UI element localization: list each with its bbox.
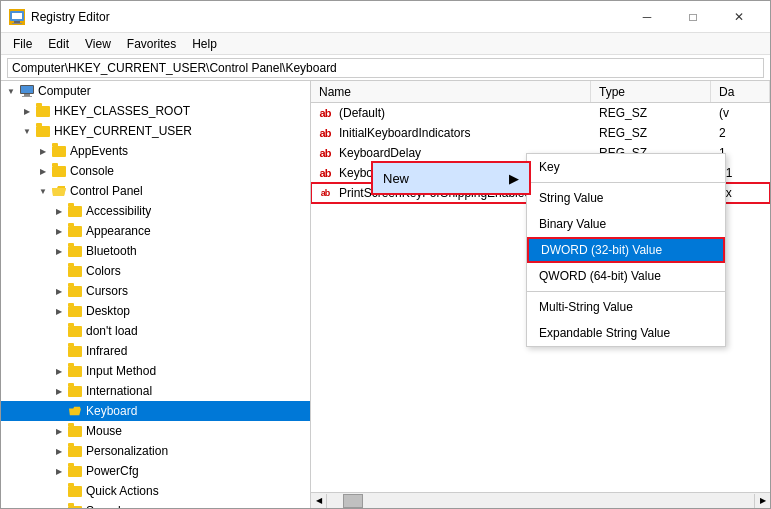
tree-item-sound[interactable]: ▶ Sound (1, 501, 310, 508)
svg-rect-5 (21, 86, 33, 93)
tree-item-input-method[interactable]: ▶ Input Method (1, 361, 310, 381)
tree-label: Appearance (86, 224, 151, 238)
entry-row[interactable]: ab PrintScreenKeyForSnippingEnabled REG_… (311, 183, 770, 203)
column-headers: Name Type Da (311, 81, 770, 103)
entry-type: REG_DWORD (591, 186, 711, 200)
entry-row[interactable]: ab KeyboardDelay REG_SZ 1 (311, 143, 770, 163)
menu-edit[interactable]: Edit (40, 35, 77, 53)
menu-view[interactable]: View (77, 35, 119, 53)
reg-sz-icon: ab (315, 163, 335, 183)
tree-label: HKEY_CLASSES_ROOT (54, 104, 190, 118)
tree-item-appearance[interactable]: ▶ Appearance (1, 221, 310, 241)
tree-item-infrared[interactable]: ▶ Infrared (1, 341, 310, 361)
expand-icon: ▶ (51, 381, 67, 401)
expand-icon: ▶ (51, 301, 67, 321)
tree-label: International (86, 384, 152, 398)
tree-item-current-user[interactable]: ▼ HKEY_CURRENT_USER (1, 121, 310, 141)
folder-icon (35, 123, 51, 139)
folder-icon (67, 383, 83, 399)
expand-icon: ▶ (51, 201, 67, 221)
expand-icon: ▶ (19, 101, 35, 121)
expand-icon: ▶ (51, 501, 67, 508)
svg-rect-7 (22, 96, 32, 97)
tree-label: Infrared (86, 344, 127, 358)
tree-label: Quick Actions (86, 484, 159, 498)
entry-data: 1 (711, 146, 770, 160)
svg-rect-1 (12, 13, 22, 19)
folder-open-icon (67, 403, 83, 419)
tree-item-international[interactable]: ▶ International (1, 381, 310, 401)
entry-type: REG_SZ (591, 166, 711, 180)
expand-icon: ▼ (35, 181, 51, 201)
tree-label: AppEvents (70, 144, 128, 158)
expand-icon: ▶ (35, 161, 51, 181)
registry-values-panel: Name Type Da ab (Default) REG_SZ (v ab I… (311, 81, 770, 508)
entry-name: (Default) (335, 106, 591, 120)
scroll-left-button[interactable]: ◀ (311, 494, 327, 508)
tree-label: Control Panel (70, 184, 143, 198)
tree-label: Accessibility (86, 204, 151, 218)
tree-item-mouse[interactable]: ▶ Mouse (1, 421, 310, 441)
reg-sz-icon: ab (315, 143, 335, 163)
tree-item-desktop[interactable]: ▶ Desktop (1, 301, 310, 321)
folder-icon (67, 423, 83, 439)
tree-item-quick-actions[interactable]: ▶ Quick Actions (1, 481, 310, 501)
tree-item-colors[interactable]: ▶ Colors (1, 261, 310, 281)
entry-row[interactable]: ab (Default) REG_SZ (v (311, 103, 770, 123)
registry-editor-window: Registry Editor ─ □ ✕ File Edit View Fav… (0, 0, 771, 509)
tree-item-computer[interactable]: ▼ Computer (1, 81, 310, 101)
expand-icon: ▶ (35, 141, 51, 161)
tree-label: don't load (86, 324, 138, 338)
tree-label: PowerCfg (86, 464, 139, 478)
col-header-type: Type (591, 81, 711, 102)
folder-icon (51, 163, 67, 179)
tree-item-bluetooth[interactable]: ▶ Bluetooth (1, 241, 310, 261)
folder-open-icon (51, 183, 67, 199)
tree-item-appevents[interactable]: ▶ AppEvents (1, 141, 310, 161)
entry-name: InitialKeyboardIndicators (335, 126, 591, 140)
scroll-thumb[interactable] (343, 494, 363, 508)
entry-name: KeyboardSpeed (335, 166, 591, 180)
menu-file[interactable]: File (5, 35, 40, 53)
entry-data: 2 (711, 126, 770, 140)
tree-label: Computer (38, 84, 91, 98)
maximize-button[interactable]: □ (670, 1, 716, 33)
tree-label: Sound (86, 504, 121, 508)
tree-item-keyboard[interactable]: ▶ Keyboard (1, 401, 310, 421)
tree-item-powercfg[interactable]: ▶ PowerCfg (1, 461, 310, 481)
reg-dword-icon: ab (315, 183, 335, 203)
entry-row[interactable]: ab InitialKeyboardIndicators REG_SZ 2 (311, 123, 770, 143)
entry-data: 0x (711, 186, 770, 200)
menu-bar: File Edit View Favorites Help (1, 33, 770, 55)
folder-icon (67, 503, 83, 508)
close-button[interactable]: ✕ (716, 1, 762, 33)
tree-item-console[interactable]: ▶ Console (1, 161, 310, 181)
tree-item-dont-load[interactable]: ▶ don't load (1, 321, 310, 341)
svg-rect-3 (12, 23, 22, 24)
expand-icon: ▼ (19, 121, 35, 141)
tree-label: Cursors (86, 284, 128, 298)
minimize-button[interactable]: ─ (624, 1, 670, 33)
tree-item-control-panel[interactable]: ▼ Control Panel (1, 181, 310, 201)
menu-favorites[interactable]: Favorites (119, 35, 184, 53)
col-header-data: Da (711, 81, 770, 102)
entry-name: KeyboardDelay (335, 146, 591, 160)
horizontal-scrollbar[interactable]: ◀ ▶ (311, 492, 770, 508)
tree-item-cursors[interactable]: ▶ Cursors (1, 281, 310, 301)
menu-help[interactable]: Help (184, 35, 225, 53)
registry-tree[interactable]: ▼ Computer ▶ HKEY_CLASSES_ROOT (1, 81, 311, 508)
folder-icon (67, 463, 83, 479)
tree-label: Bluetooth (86, 244, 137, 258)
address-bar: Computer\HKEY_CURRENT_USER\Control Panel… (1, 55, 770, 81)
col-header-name: Name (311, 81, 591, 102)
entries-list[interactable]: ab (Default) REG_SZ (v ab InitialKeyboar… (311, 103, 770, 492)
folder-icon (67, 303, 83, 319)
tree-item-accessibility[interactable]: ▶ Accessibility (1, 201, 310, 221)
tree-label: Input Method (86, 364, 156, 378)
entry-row[interactable]: ab KeyboardSpeed REG_SZ 31 (311, 163, 770, 183)
address-path[interactable]: Computer\HKEY_CURRENT_USER\Control Panel… (7, 58, 764, 78)
tree-item-personalization[interactable]: ▶ Personalization (1, 441, 310, 461)
folder-icon (67, 363, 83, 379)
scroll-right-button[interactable]: ▶ (754, 494, 770, 508)
tree-item-classes-root[interactable]: ▶ HKEY_CLASSES_ROOT (1, 101, 310, 121)
